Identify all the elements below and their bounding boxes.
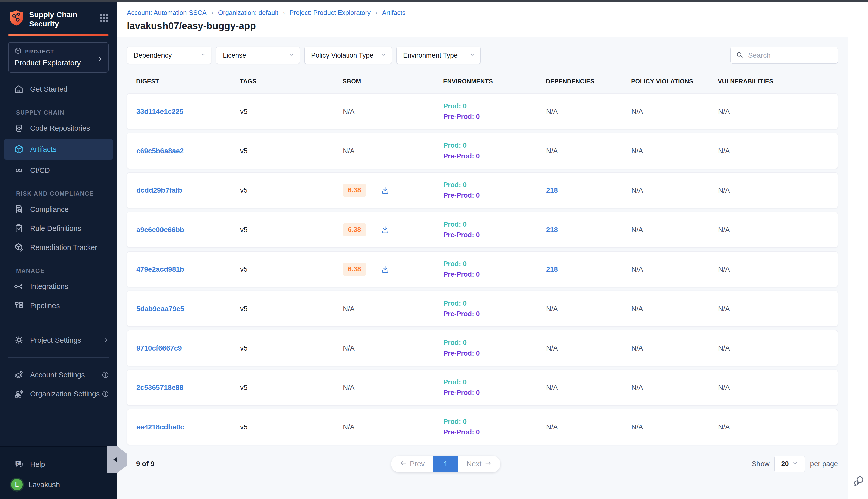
gear-icon (14, 336, 24, 345)
dependencies-cell: N/A (546, 384, 631, 392)
filter-dependency[interactable]: Dependency (127, 47, 211, 64)
filters-row: Dependency License Policy Violation Type… (127, 47, 838, 64)
sidebar-item-remediation-tracker[interactable]: Remediation Tracker (0, 238, 117, 257)
env-prod: Prod: 0 (443, 221, 546, 228)
pagination-summary: 9 of 9 (136, 460, 154, 468)
download-sbom-icon[interactable] (381, 265, 389, 273)
filter-environment-type[interactable]: Environment Type (396, 47, 481, 64)
sidebar-item-rule-definitions[interactable]: Rule Definitions (0, 219, 117, 238)
breadcrumb-separator-icon: › (283, 9, 285, 16)
sbom-cell: N/A (343, 423, 443, 431)
digest-link[interactable]: a9c6e00c66bb (136, 226, 184, 234)
sidebar: Supply Chain Security PROJECT Product (0, 2, 117, 499)
environments-cell: Prod: 0 Pre-Prod: 0 (443, 378, 546, 397)
main-area: Account: Automation-SSCA › Organization:… (117, 2, 868, 499)
filter-label: License (223, 51, 246, 59)
digest-link[interactable]: 9710cf6667c9 (136, 344, 182, 352)
module-grid-icon[interactable] (99, 13, 109, 24)
table-row[interactable]: dcdd29b7fafb v5 6.38 Prod: 0 Pre-Prod: 0… (127, 172, 838, 208)
table-row[interactable]: ee4218cdba0c v5 N/A Prod: 0 Pre-Prod: 0 … (127, 409, 838, 445)
policy-violations-cell: N/A (631, 265, 718, 273)
env-prod: Prod: 0 (443, 181, 546, 189)
digest-link[interactable]: 2c5365718e88 (136, 384, 183, 391)
sbom-cell: 6.38 (343, 184, 443, 197)
policy-violations-cell: N/A (631, 226, 718, 234)
digest-link[interactable]: 33d114e1c225 (136, 108, 183, 115)
dependencies-na: N/A (546, 108, 558, 115)
project-selector[interactable]: PROJECT Product Exploratory (8, 42, 109, 73)
env-preprod: Pre-Prod: 0 (443, 350, 546, 357)
digest-link[interactable]: 479e2acd981b (136, 265, 184, 273)
digest-link[interactable]: c69c5b6a8ae2 (136, 147, 184, 155)
environments-cell: Prod: 0 Pre-Prod: 0 (443, 300, 546, 318)
home-icon (14, 84, 24, 94)
table-row[interactable]: a9c6e00c66bb v5 6.38 Prod: 0 Pre-Prod: 0… (127, 212, 838, 248)
app-root: Supply Chain Security PROJECT Product (0, 2, 868, 499)
breadcrumb-account[interactable]: Account: Automation-SSCA (127, 9, 207, 16)
column-header-vulnerabilities: VULNERABILITIES (718, 78, 838, 85)
filter-policy-violation-type[interactable]: Policy Violation Type (305, 47, 392, 64)
table-row[interactable]: 479e2acd981b v5 6.38 Prod: 0 Pre-Prod: 0… (127, 251, 838, 287)
filter-license[interactable]: License (216, 47, 300, 64)
sidebar-item-label: Code Repositories (30, 124, 90, 132)
sidebar-item-code-repositories[interactable]: Code Repositories (0, 119, 117, 138)
sidebar-item-help[interactable]: ? Help (0, 455, 117, 474)
next-page-button[interactable]: Next (458, 455, 500, 472)
sidebar-item-get-started[interactable]: Get Started (0, 80, 117, 99)
table-row[interactable]: c69c5b6a8ae2 v5 N/A Prod: 0 Pre-Prod: 0 … (127, 133, 838, 169)
table-row[interactable]: 33d114e1c225 v5 N/A Prod: 0 Pre-Prod: 0 … (127, 94, 838, 130)
sidebar-item-account-settings[interactable]: Account Settings (0, 365, 117, 385)
digest-link[interactable]: 5dab9caa79c5 (136, 305, 184, 313)
policy-violations-cell: N/A (631, 305, 718, 313)
dependencies-link[interactable]: 218 (546, 265, 558, 273)
sidebar-item-project-settings[interactable]: Project Settings (0, 331, 117, 350)
cube-edit-icon (14, 243, 24, 252)
support-chat-icon[interactable] (853, 475, 865, 488)
arrow-left-icon (400, 460, 407, 468)
column-header-sbom: SBOM (343, 78, 443, 85)
digest-link[interactable]: ee4218cdba0c (136, 423, 184, 431)
prev-label: Prev (410, 460, 425, 468)
sidebar-item-cicd[interactable]: CI/CD (0, 161, 117, 180)
vulnerabilities-cell: N/A (718, 344, 838, 352)
search-input[interactable] (748, 51, 839, 60)
policy-violations-cell: N/A (631, 108, 718, 115)
dependencies-cell: N/A (546, 147, 631, 155)
tag-cell: v5 (240, 265, 343, 273)
tag-cell: v5 (240, 108, 343, 115)
window-top-edge (0, 0, 868, 2)
sidebar-item-pipelines[interactable]: Pipelines (0, 296, 117, 315)
sidebar-item-artifacts[interactable]: Artifacts (4, 139, 113, 160)
env-preprod: Pre-Prod: 0 (443, 428, 546, 436)
digest-link[interactable]: dcdd29b7fafb (136, 186, 182, 194)
sidebar-item-compliance[interactable]: Compliance (0, 200, 117, 219)
policy-violations-cell: N/A (631, 186, 718, 194)
dependencies-link[interactable]: 218 (546, 226, 558, 234)
prev-page-button[interactable]: Prev (391, 455, 434, 472)
environments-cell: Prod: 0 Pre-Prod: 0 (443, 142, 546, 160)
breadcrumb-project[interactable]: Project: Product Exploratory (289, 9, 371, 16)
table-row[interactable]: 2c5365718e88 v5 N/A Prod: 0 Pre-Prod: 0 … (127, 369, 838, 405)
breadcrumb: Account: Automation-SSCA › Organization:… (127, 9, 868, 16)
page-1-button[interactable]: 1 (434, 455, 458, 472)
download-sbom-icon[interactable] (381, 226, 389, 234)
sidebar-bottom: ? Help L Lavakush (0, 447, 117, 499)
sbom-divider (374, 224, 374, 236)
sbom-cell: 6.38 (343, 223, 443, 236)
user-menu[interactable]: L Lavakush (0, 474, 117, 490)
download-sbom-icon[interactable] (381, 186, 389, 195)
breadcrumb-artifacts[interactable]: Artifacts (382, 9, 406, 16)
breadcrumb-organization[interactable]: Organization: default (218, 9, 278, 16)
tag-cell: v5 (240, 423, 343, 431)
sidebar-item-integrations[interactable]: Integrations (0, 277, 117, 296)
sidebar-item-organization-settings[interactable]: Organization Settings (0, 385, 117, 403)
sbom-divider (374, 264, 374, 275)
sbom-cell: 6.38 (343, 263, 443, 276)
environments-cell: Prod: 0 Pre-Prod: 0 (443, 260, 546, 278)
dependencies-link[interactable]: 218 (546, 186, 558, 194)
table-row[interactable]: 9710cf6667c9 v5 N/A Prod: 0 Pre-Prod: 0 … (127, 330, 838, 366)
page-size-select[interactable]: 20 (774, 455, 805, 472)
dependencies-cell: 218 (546, 186, 631, 194)
table-row[interactable]: 5dab9caa79c5 v5 N/A Prod: 0 Pre-Prod: 0 … (127, 291, 838, 327)
nav-section-heading: RISK AND COMPLIANCE (0, 191, 117, 197)
